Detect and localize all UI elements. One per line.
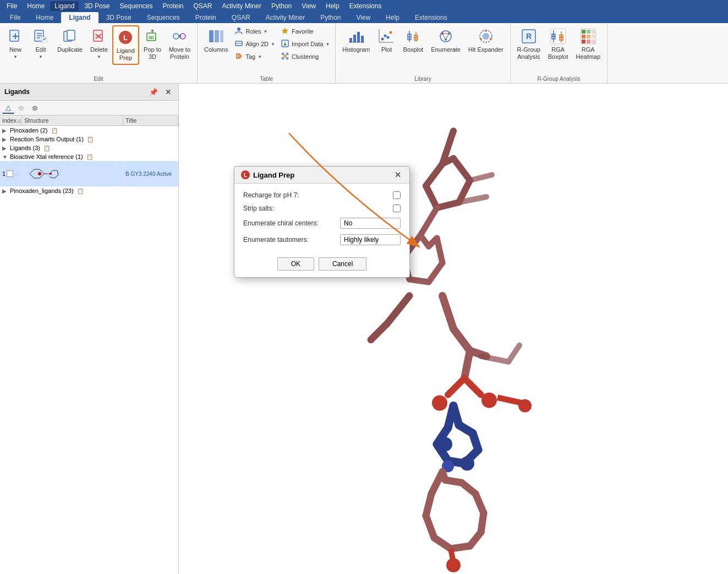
favorite-button[interactable]: Favorite [278, 25, 332, 37]
svg-point-45 [381, 38, 384, 41]
ribbon: New ▼ Edit ▼ [0, 23, 728, 84]
sidebar-tab-sort[interactable]: △ [2, 102, 14, 114]
rga-boxplot-button[interactable]: RGABoxplot [545, 25, 572, 63]
group-ligands[interactable]: ▶ Ligands (3) 📋 [0, 144, 178, 152]
dialog-close-button[interactable]: ✕ [393, 170, 403, 180]
sidebar-tree: ▶ Pinoxaden (2) 📋 ▶ Reaction Smarts Outp… [0, 126, 178, 574]
dialog-row-strip-salts: Strip salts: [243, 205, 401, 212]
rtab-python[interactable]: Python [313, 12, 348, 23]
svg-line-98 [54, 175, 58, 178]
sidebar-title: Ligands [4, 88, 30, 96]
rtab-file[interactable]: File [2, 12, 28, 23]
edit-label: Edit [36, 46, 46, 53]
clustering-button[interactable]: Clustering [278, 51, 332, 63]
svg-line-63 [442, 34, 446, 40]
menu-view[interactable]: View [297, 1, 320, 11]
svg-point-47 [387, 36, 390, 39]
svg-line-99 [50, 177, 54, 178]
recharge-checkbox[interactable] [393, 191, 401, 199]
tag-label: Tag [245, 53, 255, 60]
pop-to-3d-button[interactable]: 3D Pop to3D [140, 25, 165, 63]
rgroup-group-label: R-Group Analysis [514, 76, 604, 82]
delete-button[interactable]: Delete ▼ [87, 25, 111, 62]
menu-ligand[interactable]: Ligand [50, 1, 79, 11]
rtab-home[interactable]: Home [28, 12, 61, 23]
menu-python[interactable]: Python [267, 1, 296, 11]
sidebar-close-icon[interactable]: ✕ [162, 86, 174, 98]
group-bioactive[interactable]: ▼ Bioactive Xtal reference (1) 📋 [0, 152, 178, 161]
rtab-extensions[interactable]: Extensions [407, 12, 455, 23]
svg-rect-84 [592, 35, 595, 38]
menu-file[interactable]: File [2, 1, 21, 11]
col-structure: Structure [22, 115, 123, 125]
arrow-reaction-smarts: ▶ [2, 136, 9, 142]
group-pinoxaden-label: Pinoxaden (2) [10, 127, 48, 134]
rga-heatmap-button[interactable]: RGAHeatmap [572, 25, 604, 63]
edit-button[interactable]: Edit ▼ [29, 25, 53, 62]
dialog-row-recharge: Recharge for pH 7: [243, 191, 401, 199]
rtab-protein[interactable]: Protein [188, 12, 224, 23]
align-2d-button[interactable]: Align 2D ▼ [232, 38, 277, 50]
sidebar-tab-star[interactable]: ☆ [15, 102, 28, 114]
sidebar-pin-icon[interactable]: 📌 [147, 86, 160, 98]
strip-salts-checkbox[interactable] [393, 205, 401, 212]
menu-home[interactable]: Home [23, 1, 49, 11]
new-button[interactable]: New ▼ [3, 25, 28, 62]
rtab-help[interactable]: Help [378, 12, 407, 23]
svg-point-30 [237, 56, 239, 57]
pop-to-3d-icon: 3D [144, 27, 161, 45]
rtab-view[interactable]: View [349, 12, 379, 23]
rtab-activity-miner[interactable]: Activity Miner [258, 12, 313, 23]
ok-button[interactable]: OK [277, 257, 314, 271]
ligand-prep-button[interactable]: L LigandPrep [112, 25, 139, 65]
import-data-button[interactable]: Import Data ▼ [278, 38, 332, 50]
hit-expander-button[interactable]: Hit Expander [465, 25, 507, 56]
histogram-label: Histogram [342, 46, 370, 53]
sidebar: Ligands 📌 ✕ △ ☆ ⊛ index △ Structure Titl… [0, 84, 179, 574]
rtab-ligand[interactable]: Ligand [61, 12, 98, 23]
ligand-prep-icon: L [117, 29, 134, 46]
group-pinoxaden-ligands[interactable]: ▶ Pinoxaden_ligands (23) 📋 [0, 186, 178, 195]
svg-text:R: R [526, 32, 532, 41]
group-reaction-smarts[interactable]: ▶ Reaction Smarts Output (1) 📋 [0, 135, 178, 144]
enumerate-label: Enumerate [431, 46, 461, 53]
row-checkbox[interactable] [7, 170, 13, 177]
columns-button[interactable]: Columns [201, 25, 231, 56]
tag-button[interactable]: Tag ▼ [232, 51, 277, 63]
group-ligands-icon: 📋 [43, 145, 50, 151]
roles-button[interactable]: Roles ▼ [232, 25, 277, 37]
sidebar-tab-filter[interactable]: ⊛ [29, 102, 41, 114]
menu-activity-miner[interactable]: Activity Miner [218, 1, 266, 11]
ligand-row-1[interactable]: 1 ☆ [0, 161, 178, 186]
rtab-qsar[interactable]: QSAR [224, 12, 258, 23]
r-group-analysis-button[interactable]: R R-GroupAnalysis [514, 25, 544, 63]
svg-point-20 [173, 34, 179, 39]
menu-help[interactable]: Help [321, 1, 344, 11]
enumerate-button[interactable]: Enumerate [428, 25, 464, 56]
histogram-button[interactable]: Histogram [339, 25, 373, 56]
rtab-3dpose[interactable]: 3D Pose [98, 12, 139, 23]
tautomers-select[interactable]: Highly likely Likely All None [340, 234, 401, 245]
menu-extensions[interactable]: Extensions [345, 1, 386, 11]
svg-rect-80 [587, 30, 590, 34]
boxplot-button[interactable]: Boxplot [399, 25, 426, 56]
chiral-select[interactable]: No Yes [340, 218, 401, 229]
menu-protein[interactable]: Protein [158, 1, 188, 11]
ribbon-group-library: Histogram Plot [336, 23, 510, 83]
duplicate-button[interactable]: Duplicate [54, 25, 86, 56]
align-2d-icon [234, 39, 243, 49]
row-star[interactable]: ☆ [14, 171, 19, 177]
svg-point-38 [286, 57, 288, 60]
group-pinoxaden[interactable]: ▶ Pinoxaden (2) 📋 [0, 126, 178, 135]
cancel-button[interactable]: Cancel [319, 257, 366, 271]
delete-dropdown: ▼ [97, 54, 101, 60]
move-to-protein-button[interactable]: Move toProtein [166, 25, 194, 63]
menu-3dpose[interactable]: 3D Pose [80, 1, 114, 11]
oxygen-ball-2 [432, 395, 447, 411]
rtab-sequences[interactable]: Sequences [139, 12, 188, 23]
boxplot-icon [404, 27, 422, 45]
plot-button[interactable]: Plot [374, 25, 398, 56]
svg-point-48 [390, 31, 392, 34]
menu-qsar[interactable]: QSAR [189, 1, 217, 11]
menu-sequences[interactable]: Sequences [115, 1, 157, 11]
